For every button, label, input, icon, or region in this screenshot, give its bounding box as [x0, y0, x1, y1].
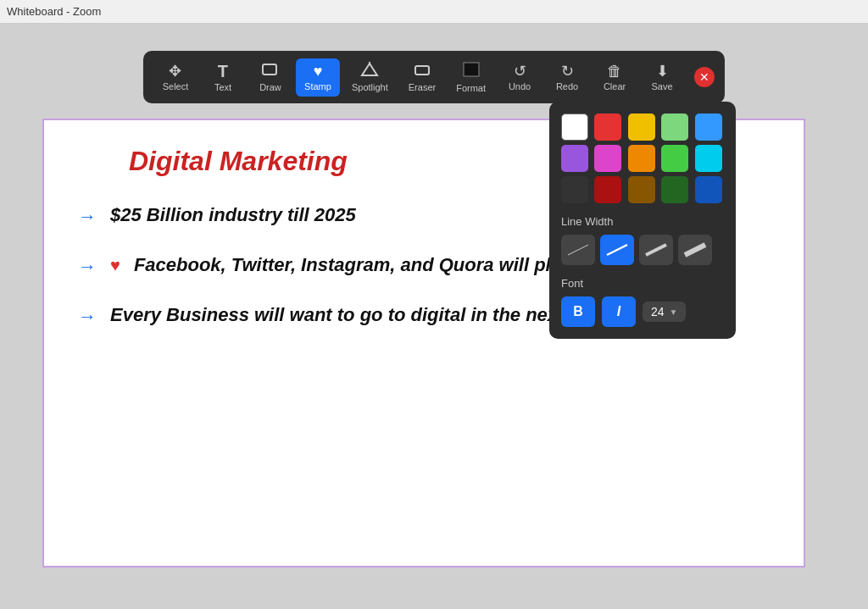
text-icon: T: [218, 63, 228, 80]
color-swatch-10[interactable]: [561, 176, 588, 203]
tool-stamp[interactable]: ♥ Stamp: [296, 58, 340, 97]
arrow-icon-1: →: [78, 206, 97, 228]
arrow-icon-3: →: [78, 306, 97, 328]
tool-format[interactable]: Format: [448, 56, 494, 98]
tool-eraser-label: Eraser: [409, 82, 436, 92]
color-swatch-6[interactable]: [594, 145, 621, 172]
color-swatch-8[interactable]: [661, 145, 688, 172]
color-swatch-3[interactable]: [661, 113, 688, 141]
undo-icon: ↺: [514, 64, 526, 79]
close-button[interactable]: ✕: [694, 67, 715, 87]
color-swatch-14[interactable]: [695, 176, 722, 203]
chevron-down-icon: ▼: [670, 307, 678, 317]
clear-icon: 🗑: [607, 64, 622, 79]
arrow-icon-2: →: [78, 256, 97, 278]
format-panel: Line Width Font B I 24 ▼: [549, 102, 736, 339]
color-swatch-5[interactable]: [561, 145, 588, 172]
svg-rect-4: [464, 63, 479, 76]
line-width-medium[interactable]: [600, 235, 634, 265]
font-section: B I 24 ▼: [561, 296, 724, 327]
toolbar: ✥ Select T Text Draw ♥ Stamp Spotlight E…: [143, 51, 725, 103]
draw-icon: [262, 62, 279, 80]
app-title: Whiteboard - Zoom: [7, 5, 101, 18]
color-swatch-7[interactable]: [628, 145, 655, 172]
color-swatch-11[interactable]: [594, 176, 621, 203]
tool-redo[interactable]: ↻ Redo: [545, 58, 589, 97]
format-icon: [462, 61, 481, 80]
svg-rect-0: [263, 64, 276, 75]
color-swatch-0[interactable]: [561, 113, 588, 141]
color-swatch-2[interactable]: [628, 113, 655, 141]
redo-icon: ↻: [561, 64, 574, 79]
font-size-value: 24: [651, 305, 665, 318]
spotlight-icon: [360, 62, 379, 80]
tool-draw-label: Draw: [259, 82, 281, 92]
line-width-thick[interactable]: [639, 235, 673, 265]
tool-text[interactable]: T Text: [201, 58, 245, 97]
svg-line-5: [568, 245, 588, 255]
svg-line-8: [685, 245, 705, 255]
tool-undo[interactable]: ↺ Undo: [498, 58, 542, 97]
font-size-selector[interactable]: 24 ▼: [643, 302, 686, 322]
color-swatch-1[interactable]: [594, 113, 621, 141]
color-swatch-13[interactable]: [661, 176, 688, 203]
tool-format-label: Format: [456, 83, 486, 93]
titlebar: Whiteboard - Zoom: [0, 0, 868, 24]
color-swatch-4[interactable]: [695, 113, 722, 141]
stamp-icon: ♥: [314, 64, 323, 79]
svg-marker-1: [362, 64, 377, 75]
line-width-extra-thick[interactable]: [678, 235, 712, 265]
line-width-label: Line Width: [561, 215, 724, 228]
tool-select[interactable]: ✥ Select: [153, 58, 198, 97]
color-swatch-12[interactable]: [628, 176, 655, 203]
tool-clear[interactable]: 🗑 Clear: [593, 58, 637, 97]
eraser-icon: [414, 62, 431, 80]
svg-line-7: [646, 245, 666, 255]
svg-rect-3: [415, 66, 429, 75]
font-label: Font: [561, 277, 724, 290]
tool-clear-label: Clear: [604, 81, 626, 91]
save-icon: ⬇: [656, 64, 669, 79]
select-icon: ✥: [169, 64, 181, 79]
color-swatch-9[interactable]: [695, 145, 722, 172]
line-width-thin[interactable]: [561, 235, 595, 265]
tool-eraser[interactable]: Eraser: [400, 57, 444, 97]
tool-save[interactable]: ⬇ Save: [640, 58, 684, 97]
font-italic-button[interactable]: I: [602, 296, 636, 327]
tool-redo-label: Redo: [556, 81, 578, 91]
svg-line-6: [607, 245, 627, 255]
tool-stamp-label: Stamp: [304, 81, 331, 91]
font-bold-button[interactable]: B: [561, 296, 595, 327]
bullet-text-1: $25 Billion industry till 2025: [110, 202, 356, 229]
tool-save-label: Save: [651, 81, 672, 91]
tool-spotlight-label: Spotlight: [352, 82, 388, 92]
tool-undo-label: Undo: [509, 81, 531, 91]
tool-spotlight[interactable]: Spotlight: [343, 57, 397, 97]
tool-text-label: Text: [214, 82, 231, 92]
line-width-options: [561, 235, 724, 265]
tool-draw[interactable]: Draw: [248, 57, 292, 97]
heart-icon: ♥: [110, 256, 120, 275]
tool-select-label: Select: [163, 81, 189, 91]
color-grid: [561, 113, 724, 203]
